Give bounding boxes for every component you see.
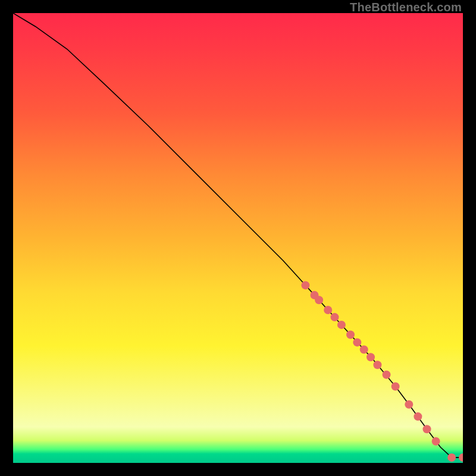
data-point — [414, 412, 422, 421]
data-point — [331, 313, 339, 321]
data-point — [423, 425, 431, 433]
chart-stage: TheBottleneck.com — [0, 0, 476, 476]
data-point — [346, 331, 355, 339]
data-point — [459, 453, 463, 462]
plot-area — [13, 13, 463, 463]
chart-svg — [13, 13, 463, 463]
data-point — [315, 296, 323, 304]
data-point — [405, 400, 413, 409]
data-point — [447, 453, 456, 462]
data-point — [353, 338, 361, 346]
data-point — [383, 371, 391, 379]
data-point — [301, 281, 309, 289]
curve-line — [13, 13, 463, 458]
data-point — [373, 361, 381, 369]
data-point — [324, 306, 332, 314]
data-point — [337, 321, 346, 329]
data-point — [392, 383, 400, 391]
data-point — [360, 346, 368, 354]
data-point — [432, 437, 440, 446]
points-group — [301, 281, 463, 462]
data-point — [367, 353, 375, 361]
watermark-text: TheBottleneck.com — [350, 0, 462, 14]
